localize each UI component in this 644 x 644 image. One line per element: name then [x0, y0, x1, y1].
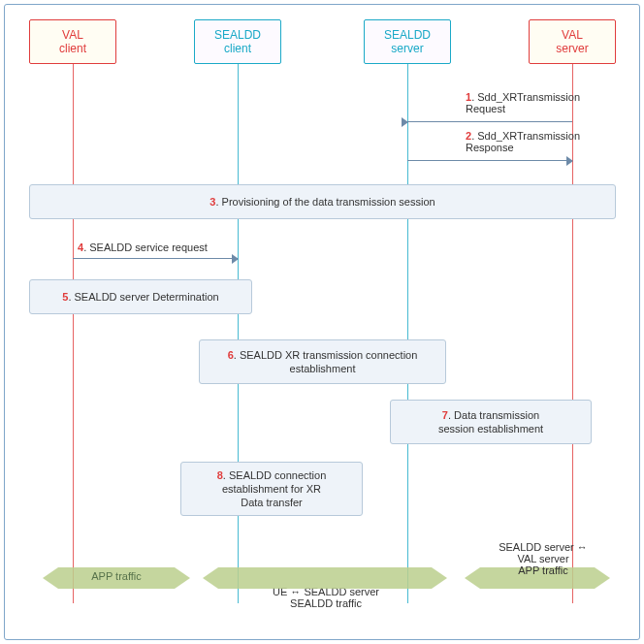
arrow-m4	[73, 258, 238, 259]
step-text: . SEALDD XR transmission connectionestab…	[234, 349, 418, 374]
step-text: . SEALDD service request	[83, 242, 208, 253]
participant-label: VALclient	[59, 28, 86, 56]
participant-label: VALserver	[556, 28, 588, 56]
box-step-5: 5. SEALDD server Determination	[29, 279, 252, 314]
box-step-7: 7. Data transmissionsession establishmen…	[390, 400, 592, 444]
participant-label: SEALDDclient	[214, 28, 261, 56]
lifeline-val-client	[73, 64, 74, 603]
box-step-3: 3. Provisioning of the data transmission…	[29, 184, 616, 219]
label-m1: 1. Sdd_XRTransmissionRequest	[466, 91, 580, 114]
participant-val-server: VALserver	[529, 19, 616, 64]
box-step-8: 8. SEALDD connectionestablishment for XR…	[180, 462, 363, 516]
participant-label: SEALDDserver	[384, 28, 431, 56]
traffic-2	[218, 567, 432, 589]
traffic-label-3: SEALDD server ↔VAL serverAPP traffic	[475, 541, 611, 576]
label-m4: 4. SEALDD service request	[78, 242, 208, 253]
arrow-m1	[407, 121, 572, 122]
traffic-1: APP traffic	[58, 567, 175, 589]
step-text: . Sdd_XRTransmissionResponse	[466, 130, 580, 153]
participant-sealdd-server: SEALDDserver	[364, 19, 451, 64]
step-text: . Provisioning of the data transmission …	[215, 196, 435, 208]
traffic-label-2: UE ↔ SEALDD serverSEALDD traffic	[248, 586, 403, 609]
traffic-label: APP traffic	[58, 570, 175, 582]
sequence-diagram: VALclient SEALDDclient SEALDDserver VALs…	[0, 0, 644, 644]
box-step-6: 6. SEALDD XR transmission connectionesta…	[199, 339, 446, 384]
step-text: . SEALDD connectionestablishment for XRD…	[222, 469, 326, 509]
step-text: . SEALDD server Determination	[68, 291, 218, 303]
lifeline-sealdd-client	[238, 64, 239, 603]
label-m2: 2. Sdd_XRTransmissionResponse	[466, 130, 580, 153]
lifeline-sealdd-server	[407, 64, 408, 603]
participant-sealdd-client: SEALDDclient	[194, 19, 281, 64]
step-text: . Sdd_XRTransmissionRequest	[466, 91, 580, 114]
arrow-m2	[407, 160, 572, 161]
step-text: . Data transmissionsession establishment	[438, 409, 543, 435]
participant-val-client: VALclient	[29, 19, 116, 64]
